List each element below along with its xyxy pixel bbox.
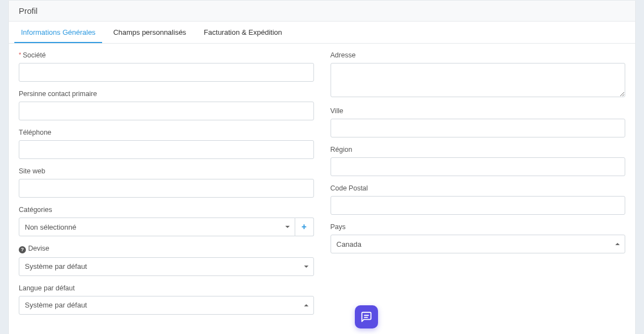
chevron-down-icon <box>304 266 308 268</box>
tab-billing-shipping[interactable]: Facturation & Expédition <box>197 22 289 43</box>
website-input[interactable] <box>19 179 314 198</box>
help-icon: ? <box>19 246 26 253</box>
chat-widget-button[interactable] <box>355 305 378 328</box>
categories-value: Non sélectionné <box>25 223 76 231</box>
phone-input[interactable] <box>19 140 314 159</box>
chevron-down-icon <box>285 226 290 228</box>
phone-label: Téléphone <box>19 129 314 136</box>
tab-general[interactable]: Informations Générales <box>14 22 102 43</box>
default-language-value: Système par défaut <box>25 301 87 309</box>
primary-contact-input[interactable] <box>19 102 314 120</box>
address-textarea[interactable] <box>331 63 626 97</box>
chevron-up-icon <box>615 243 620 245</box>
left-column: *Société Persinne contact primaire Télép… <box>19 51 314 323</box>
chat-icon <box>360 311 372 323</box>
profile-card: Profil Informations Générales Champs per… <box>8 0 636 334</box>
categories-label: Catégories <box>19 206 314 214</box>
primary-contact-label: Persinne contact primaire <box>19 90 314 98</box>
default-language-select[interactable]: Système par défaut <box>19 296 314 315</box>
postal-input[interactable] <box>331 196 626 215</box>
region-label: Région <box>331 146 626 153</box>
default-language-label: Langue par défaut <box>19 284 314 292</box>
form-body: *Société Persinne contact primaire Télép… <box>9 44 635 334</box>
add-category-button[interactable]: + <box>295 218 314 236</box>
city-label: Ville <box>331 107 626 115</box>
tab-custom-fields[interactable]: Champs personnalisés <box>107 22 193 43</box>
plus-icon: + <box>301 222 306 232</box>
currency-label: ?Devise <box>19 245 314 253</box>
chevron-up-icon <box>304 304 308 306</box>
country-select[interactable]: Canada <box>331 235 626 253</box>
currency-select[interactable]: Système par défaut <box>19 257 314 276</box>
tabs: Informations Générales Champs personnali… <box>9 22 635 44</box>
country-label: Pays <box>331 223 626 231</box>
card-title: Profil <box>9 1 635 22</box>
categories-select[interactable]: Non sélectionné <box>19 218 295 236</box>
city-input[interactable] <box>331 119 626 137</box>
currency-value: Système par défaut <box>25 262 87 271</box>
right-column: Adresse Ville Région Code Postal Pays <box>331 51 626 323</box>
company-input[interactable] <box>19 63 314 82</box>
required-icon: * <box>19 51 21 58</box>
website-label: Site web <box>19 167 314 175</box>
country-value: Canada <box>337 240 362 248</box>
postal-label: Code Postal <box>331 184 626 192</box>
region-input[interactable] <box>331 157 626 176</box>
company-label: *Société <box>19 51 314 59</box>
address-label: Adresse <box>331 51 626 59</box>
